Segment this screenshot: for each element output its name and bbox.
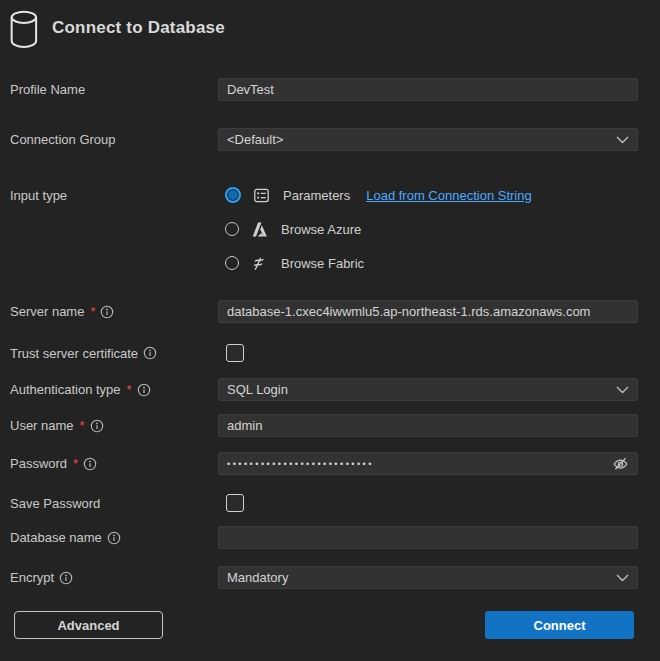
radio-unselected-icon[interactable] xyxy=(225,256,239,270)
encrypt-value: Mandatory xyxy=(227,570,288,585)
info-icon[interactable] xyxy=(107,531,121,545)
encrypt-label: Encrypt xyxy=(10,570,54,585)
info-icon[interactable] xyxy=(59,571,73,585)
required-asterisk: * xyxy=(127,382,132,397)
server-name-input[interactable]: database-1.cxec4iwwmlu5.ap-northeast-1.r… xyxy=(218,300,638,323)
input-type-option-parameters[interactable]: Parameters Load from Connection String xyxy=(225,185,638,205)
save-password-checkbox[interactable] xyxy=(226,494,244,512)
info-icon[interactable] xyxy=(90,419,104,433)
required-asterisk: * xyxy=(90,304,95,319)
user-name-value: admin xyxy=(227,418,262,433)
encrypt-dropdown[interactable]: Mandatory xyxy=(218,566,638,589)
connection-group-label: Connection Group xyxy=(10,132,116,147)
database-icon xyxy=(8,9,42,49)
password-input[interactable]: •••••••••••••••••••••••••• xyxy=(218,452,638,475)
chevron-down-icon xyxy=(616,386,629,394)
authentication-type-label: Authentication type xyxy=(10,382,121,397)
save-password-label: Save Password xyxy=(10,496,100,511)
input-type-label: Input type xyxy=(10,188,67,203)
password-label: Password xyxy=(10,456,67,471)
trust-server-certificate-label: Trust server certificate xyxy=(10,346,138,361)
info-icon[interactable] xyxy=(143,346,157,360)
advanced-button[interactable]: Advanced xyxy=(14,611,163,639)
eye-slash-icon[interactable] xyxy=(612,455,629,472)
authentication-type-value: SQL Login xyxy=(227,382,288,397)
server-name-label: Server name xyxy=(10,304,84,319)
browse-azure-option-label: Browse Azure xyxy=(281,222,361,237)
connect-to-database-dialog: { "header": { "title": "Connect to Datab… xyxy=(0,0,660,661)
parameters-option-label: Parameters xyxy=(283,188,350,203)
database-name-label: Database name xyxy=(10,530,102,545)
profile-name-value: DevTest xyxy=(227,82,274,97)
info-icon[interactable] xyxy=(137,383,151,397)
radio-selected-icon[interactable] xyxy=(225,187,241,203)
radio-unselected-icon[interactable] xyxy=(225,222,239,236)
input-type-option-browse-fabric[interactable]: Browse Fabric xyxy=(225,253,638,273)
fabric-icon xyxy=(251,255,268,272)
load-connection-string-link[interactable]: Load from Connection String xyxy=(366,188,531,203)
chevron-down-icon xyxy=(616,136,629,144)
page-title: Connect to Database xyxy=(52,18,225,38)
dialog-header: Connect to Database xyxy=(0,0,660,58)
info-icon[interactable] xyxy=(100,305,114,319)
chevron-down-icon xyxy=(616,574,629,582)
trust-server-certificate-checkbox[interactable] xyxy=(226,344,244,362)
password-masked-value: •••••••••••••••••••••••••• xyxy=(227,459,612,469)
required-asterisk: * xyxy=(80,418,85,433)
database-name-input[interactable] xyxy=(218,526,638,549)
parameters-icon xyxy=(253,187,270,204)
authentication-type-dropdown[interactable]: SQL Login xyxy=(218,378,638,401)
azure-icon xyxy=(251,221,268,238)
server-name-value: database-1.cxec4iwwmlu5.ap-northeast-1.r… xyxy=(227,304,590,319)
required-asterisk: * xyxy=(73,456,78,471)
user-name-input[interactable]: admin xyxy=(218,414,638,437)
connection-group-value: <Default> xyxy=(227,132,283,147)
browse-fabric-option-label: Browse Fabric xyxy=(281,256,364,271)
info-icon[interactable] xyxy=(83,457,97,471)
input-type-option-browse-azure[interactable]: Browse Azure xyxy=(225,219,638,239)
profile-name-input[interactable]: DevTest xyxy=(218,78,638,101)
connection-group-dropdown[interactable]: <Default> xyxy=(218,128,638,151)
connect-button[interactable]: Connect xyxy=(485,611,634,639)
profile-name-label: Profile Name xyxy=(10,82,85,97)
user-name-label: User name xyxy=(10,418,74,433)
